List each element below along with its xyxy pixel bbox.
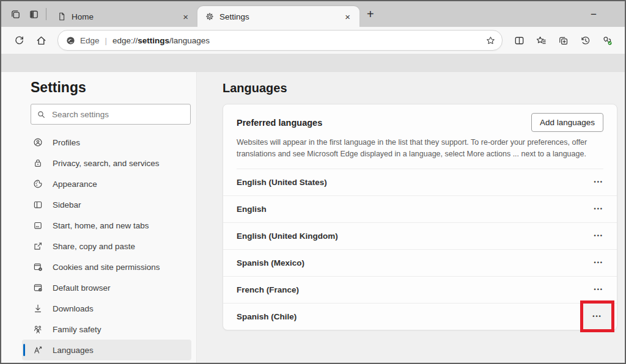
tab-actions-icon[interactable] — [24, 5, 43, 23]
address-bar[interactable]: Edge | edge://settings/languages — [57, 30, 503, 51]
settings-page: Settings — [1, 72, 625, 363]
language-name: Spanish (Chile) — [237, 312, 296, 321]
close-icon[interactable]: × — [342, 12, 353, 21]
sidebar-item-label: Sidebar — [53, 200, 81, 209]
start-home-icon — [32, 220, 43, 231]
sidebar-item-label: Cookies and site permissions — [53, 263, 160, 272]
sidebar-item-languages[interactable]: Languages — [22, 340, 191, 360]
default-browser-icon — [32, 282, 43, 293]
page-header-band — [1, 54, 625, 72]
tab-settings[interactable]: Settings × — [197, 6, 359, 27]
url-text[interactable]: edge://settings/languages — [112, 36, 210, 45]
card-description: Websites will appear in the first langua… — [237, 137, 603, 169]
search-input[interactable] — [51, 109, 185, 120]
history-icon[interactable] — [575, 31, 595, 50]
highlight-rectangle: ••• — [580, 300, 614, 332]
language-row: Spanish (Chile) ••• — [223, 304, 617, 330]
language-name: French (France) — [237, 285, 299, 294]
tab-home[interactable]: Home × — [50, 6, 197, 27]
share-icon — [32, 241, 43, 252]
site-label: Edge — [80, 36, 100, 45]
active-item-accent-bar — [23, 344, 25, 356]
sidebar-item-privacy[interactable]: Privacy, search, and services — [22, 153, 191, 173]
sidebar-item-label: Start, home, and new tabs — [53, 221, 149, 230]
sidebar-item-label: Share, copy and paste — [53, 242, 135, 251]
more-actions-button[interactable]: ••• — [591, 175, 607, 190]
language-name: English — [237, 205, 267, 214]
more-actions-button[interactable]: ••• — [591, 228, 607, 244]
more-actions-button[interactable]: ••• — [589, 309, 605, 324]
language-row: French (France) ••• — [223, 277, 617, 304]
close-icon[interactable]: × — [180, 12, 191, 21]
languages-settings-panel: Languages Preferred languages Add langua… — [197, 72, 625, 363]
sidebar-item-label: Appearance — [53, 180, 97, 189]
tab-label: Settings — [219, 12, 337, 21]
browser-essentials-icon[interactable] — [597, 31, 617, 50]
refresh-icon[interactable] — [9, 31, 29, 50]
sidebar-nav: Profiles Privacy, search, and services — [22, 132, 191, 360]
new-tab-button[interactable]: + — [359, 8, 381, 20]
tab-label: Home — [72, 12, 175, 21]
tab-separator — [46, 8, 46, 20]
search-settings-box[interactable] — [31, 104, 191, 125]
sidebar-item-label: Languages — [53, 346, 94, 355]
gear-icon — [205, 12, 215, 21]
more-actions-button[interactable]: ••• — [591, 282, 607, 297]
download-icon — [32, 303, 43, 314]
sidebar-item-profiles[interactable]: Profiles — [22, 132, 191, 153]
minimize-button[interactable]: − — [591, 9, 597, 20]
star-icon[interactable] — [483, 33, 498, 48]
languages-icon — [32, 344, 43, 355]
sidebar-item-label: Family safety — [53, 325, 101, 334]
preferred-languages-card: Preferred languages Add languages Websit… — [223, 104, 617, 330]
sidebar-item-sidebar[interactable]: Sidebar — [22, 194, 191, 215]
sidebar-item-family-safety[interactable]: Family safety — [22, 319, 191, 340]
settings-sidebar: Settings — [1, 72, 197, 363]
language-name: English (United Kingdom) — [237, 231, 338, 241]
sidebar-item-cookies-permissions[interactable]: Cookies and site permissions — [22, 257, 191, 277]
sidebar-item-label: Downloads — [53, 304, 94, 313]
more-actions-button[interactable]: ••• — [591, 202, 607, 217]
language-row: English ••• — [223, 196, 617, 223]
palette-icon — [32, 178, 43, 189]
sidebar-item-label: Privacy, search, and services — [53, 159, 160, 168]
language-name: English (United States) — [237, 178, 327, 187]
sidebar-item-downloads[interactable]: Downloads — [22, 298, 191, 319]
collections-icon[interactable] — [553, 31, 573, 50]
browser-window: Home × Settings × + − — [0, 0, 626, 364]
add-languages-button[interactable]: Add languages — [531, 113, 603, 132]
family-icon — [32, 324, 43, 335]
page-title: Languages — [223, 81, 617, 95]
language-row: English (United Kingdom) ••• — [223, 223, 617, 250]
favorites-icon[interactable] — [531, 31, 551, 50]
home-icon[interactable] — [31, 31, 51, 50]
card-title: Preferred languages — [237, 118, 322, 128]
sidebar-item-share-copy-paste[interactable]: Share, copy and paste — [22, 236, 191, 257]
language-row: Spanish (Mexico) ••• — [223, 250, 617, 277]
cookies-icon — [32, 261, 43, 272]
workspaces-icon[interactable] — [6, 5, 24, 23]
lock-icon — [32, 158, 43, 169]
sidebar-layout-icon — [32, 199, 43, 210]
tab-bar: Home × Settings × + − — [1, 1, 625, 27]
sidebar-item-appearance[interactable]: Appearance — [22, 173, 191, 194]
language-row: English (United States) ••• — [223, 169, 617, 196]
url-divider: | — [105, 36, 107, 45]
sidebar-title: Settings — [31, 78, 191, 96]
profiles-icon — [32, 137, 43, 148]
sidebar-item-label: Default browser — [53, 283, 111, 293]
language-name: Spanish (Mexico) — [237, 258, 304, 268]
split-screen-icon[interactable] — [509, 31, 529, 50]
browser-toolbar: Edge | edge://settings/languages — [1, 27, 625, 54]
sidebar-item-start-home-tabs[interactable]: Start, home, and new tabs — [22, 215, 191, 236]
edge-logo-icon — [65, 35, 76, 46]
document-icon — [57, 12, 67, 21]
sidebar-item-label: Profiles — [53, 138, 80, 147]
sidebar-item-default-browser[interactable]: Default browser — [22, 277, 191, 298]
search-icon — [37, 110, 46, 119]
more-actions-button[interactable]: ••• — [591, 255, 607, 271]
